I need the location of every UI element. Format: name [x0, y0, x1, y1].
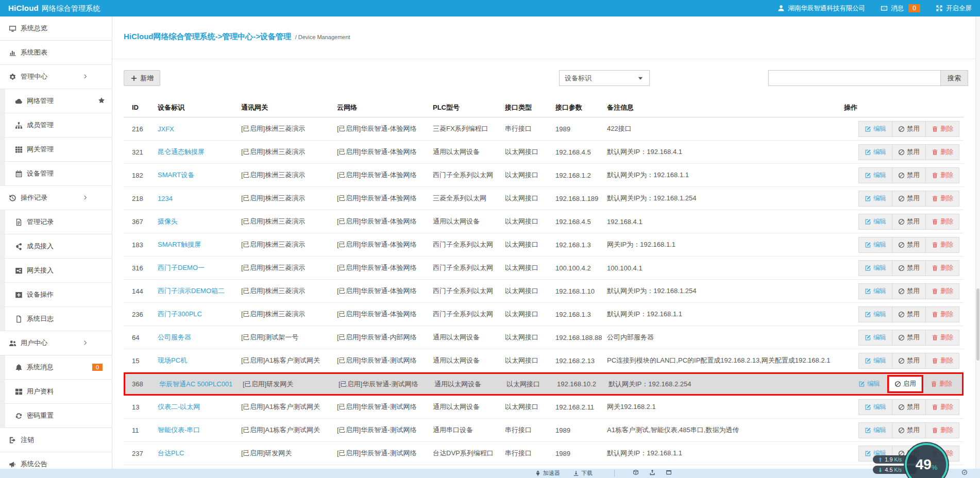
- delete-button[interactable]: 删除: [925, 168, 959, 183]
- messages-button[interactable]: 消息 0: [881, 4, 920, 13]
- device-name-link[interactable]: 华辰智通AC 500PLC001: [159, 380, 243, 389]
- sidebar-count-badge: 0: [92, 364, 103, 371]
- sidebar-item-系统总览[interactable]: 系统总览: [0, 16, 112, 41]
- sidebar-item-成员管理[interactable]: 成员管理: [0, 113, 112, 138]
- sidebar-item-系统图表[interactable]: 系统图表: [0, 41, 112, 65]
- sidebar-item-系统日志[interactable]: 系统日志: [0, 307, 112, 331]
- sidebar-item-系统消息[interactable]: 系统消息0: [0, 355, 112, 380]
- delete-button[interactable]: 删除: [925, 353, 959, 368]
- device-name-link[interactable]: 西门子DEMO一: [158, 263, 241, 272]
- edit-button[interactable]: 编辑: [859, 284, 892, 299]
- disable-button[interactable]: 禁用: [892, 261, 925, 276]
- edit-button[interactable]: 编辑: [859, 237, 892, 252]
- delete-button[interactable]: 删除: [925, 122, 959, 136]
- delete-button[interactable]: 删除: [925, 284, 959, 299]
- action-button-group: 编辑禁用删除: [858, 399, 959, 415]
- sidebar-item-操作记录[interactable]: 操作记录: [0, 186, 112, 210]
- delete-button[interactable]: 删除: [925, 237, 959, 252]
- delete-button[interactable]: 删除: [925, 400, 959, 415]
- disable-button[interactable]: 禁用: [892, 284, 925, 299]
- device-name-link[interactable]: 台达PLC: [158, 449, 241, 458]
- action-button-group: 编辑禁用删除: [858, 167, 959, 183]
- search-input[interactable]: [768, 70, 941, 86]
- edit-button[interactable]: 编辑: [859, 353, 892, 368]
- disable-button[interactable]: 禁用: [892, 353, 925, 368]
- edit-button[interactable]: 编辑: [859, 423, 892, 438]
- status-circle-button[interactable]: [961, 469, 968, 475]
- delete-button[interactable]: 删除: [925, 145, 959, 160]
- enable-button[interactable]: 启用: [889, 377, 922, 391]
- disable-button[interactable]: 禁用: [892, 214, 925, 229]
- download-manager-button[interactable]: 下载: [573, 469, 593, 477]
- sidebar-item-成员接入[interactable]: 成员接入: [0, 234, 112, 259]
- delete-button[interactable]: 删除: [925, 330, 959, 345]
- network-speed-widget[interactable]: 1.9K/s 4.5K/s 49 %: [873, 442, 949, 478]
- device-name-link[interactable]: 西门子300PLC: [158, 310, 241, 319]
- device-name-link[interactable]: 1234: [158, 195, 241, 202]
- sidebar-item-密码重置[interactable]: 密码重置: [0, 404, 112, 428]
- sidebar-item-用户资料[interactable]: 用户资料: [0, 380, 112, 404]
- column-header: 操作: [844, 103, 964, 112]
- edit-button[interactable]: 编辑: [859, 400, 892, 415]
- disable-button[interactable]: 禁用: [892, 400, 925, 415]
- edit-button[interactable]: 编辑: [859, 191, 892, 206]
- sidebar-item-label: 成员管理: [27, 121, 54, 130]
- device-name-link[interactable]: SMART触摸屏: [158, 240, 241, 249]
- edit-button[interactable]: 编辑: [859, 122, 892, 136]
- edit-button[interactable]: 编辑: [859, 214, 892, 229]
- sidebar-item-用户中心[interactable]: 用户中心: [0, 331, 112, 355]
- disable-button[interactable]: 禁用: [892, 122, 925, 136]
- device-name-link[interactable]: 西门子演示DEMO箱二: [158, 286, 241, 296]
- sidebar-item-设备操作[interactable]: 设备操作: [0, 283, 112, 307]
- device-name-link[interactable]: JXFX: [158, 125, 241, 133]
- scrollbar-track[interactable]: [975, 16, 980, 478]
- sidebar-item-注销[interactable]: 注销: [0, 428, 112, 452]
- disable-button[interactable]: 禁用: [892, 168, 925, 183]
- delete-button[interactable]: 删除: [925, 261, 959, 276]
- delete-button[interactable]: 删除: [925, 423, 959, 438]
- device-name-link[interactable]: 仪表二-以太网: [158, 402, 241, 412]
- cell-actions: 编辑禁用删除: [844, 191, 964, 207]
- edit-button[interactable]: 编辑: [859, 330, 892, 345]
- disable-button[interactable]: 禁用: [892, 330, 925, 345]
- disable-button[interactable]: 禁用: [892, 191, 925, 206]
- scrollbar-thumb[interactable]: [976, 288, 979, 361]
- action-button-group: 编辑禁用删除: [858, 260, 959, 276]
- search-field-select[interactable]: 设备标识: [559, 70, 650, 86]
- edit-button[interactable]: 编辑: [859, 145, 892, 160]
- search-button[interactable]: 搜索: [941, 70, 968, 86]
- box-tool-button[interactable]: [633, 469, 639, 475]
- edit-button[interactable]: 编辑: [859, 307, 892, 322]
- sidebar-item-管理中心[interactable]: 管理中心: [0, 65, 112, 89]
- disable-button[interactable]: 禁用: [892, 307, 925, 322]
- memory-percent-circle[interactable]: 49 %: [904, 442, 949, 478]
- device-name-link[interactable]: 现场PC机: [158, 356, 241, 365]
- sidebar-item-网关接入[interactable]: 网关接入: [0, 259, 112, 283]
- disable-button[interactable]: 禁用: [892, 237, 925, 252]
- device-name-link[interactable]: 摄像头: [158, 217, 241, 226]
- device-name-link[interactable]: 智能仪表-串口: [158, 425, 241, 435]
- delete-button[interactable]: 删除: [925, 377, 958, 391]
- fullscreen-button[interactable]: 开启全屏: [936, 4, 972, 13]
- sidebar-item-设备管理[interactable]: 设备管理: [0, 162, 112, 186]
- delete-button[interactable]: 删除: [925, 191, 959, 206]
- sidebar-item-网关管理[interactable]: 网关管理: [0, 138, 112, 162]
- edit-button[interactable]: 编辑: [859, 168, 892, 183]
- add-device-button[interactable]: 新增: [124, 70, 160, 86]
- edit-icon: [865, 149, 871, 156]
- disable-button[interactable]: 禁用: [892, 145, 925, 160]
- disable-button[interactable]: 禁用: [892, 423, 925, 438]
- sidebar-item-网络管理[interactable]: 网络管理: [0, 89, 112, 113]
- device-name-link[interactable]: 公司服务器: [158, 333, 241, 342]
- sidebar-item-管理记录[interactable]: 管理记录: [0, 210, 112, 234]
- upload-tool-button[interactable]: [649, 469, 655, 475]
- edit-button[interactable]: 编辑: [853, 377, 886, 391]
- device-name-link[interactable]: SMART设备: [158, 170, 241, 180]
- window-tool-button[interactable]: [666, 469, 672, 475]
- delete-button[interactable]: 删除: [925, 214, 959, 229]
- accelerator-button[interactable]: 加速器: [535, 469, 560, 477]
- delete-button[interactable]: 删除: [925, 307, 959, 322]
- edit-button[interactable]: 编辑: [859, 261, 892, 276]
- device-name-link[interactable]: 昆仑通态触摸屏: [158, 147, 241, 157]
- company-account-button[interactable]: 湖南华辰智通科技有限公司: [778, 4, 865, 13]
